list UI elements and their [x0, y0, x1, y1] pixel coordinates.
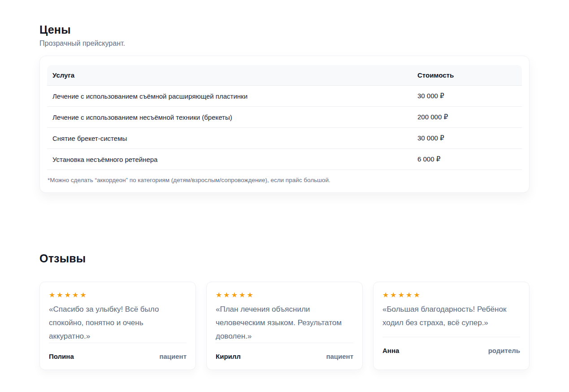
- table-row: Снятие брекет-системы 30 000 ₽: [47, 128, 522, 149]
- divider: [216, 343, 353, 343]
- service-cell: Установка несъёмного ретейнера: [47, 149, 412, 170]
- star-rating: ★★★★★: [382, 292, 520, 299]
- table-row: Лечение с использованием съёмной расширя…: [47, 86, 522, 107]
- prices-section: Цены Прозрачный прейскурант. Услуга Стои…: [39, 23, 530, 193]
- price-cell: 30 000 ₽: [412, 128, 522, 149]
- service-cell: Лечение с использованием несъёмной техни…: [47, 107, 412, 128]
- reviewer-role: пациент: [159, 353, 187, 360]
- review-byline: Анна родитель: [382, 347, 520, 354]
- review-quote: «Спасибо за улыбку! Всё было спокойно, п…: [49, 303, 187, 336]
- reviewer-name: Анна: [382, 347, 399, 354]
- review-byline: Полина пациент: [49, 353, 187, 360]
- reviews-grid: ★★★★★ «Спасибо за улыбку! Всё было споко…: [39, 282, 530, 370]
- review-quote: «План лечения объяснили человеческим язы…: [216, 303, 353, 336]
- review-card: ★★★★★ «План лечения объяснили человеческ…: [206, 282, 363, 370]
- price-table: Услуга Стоимость Лечение с использование…: [47, 65, 522, 170]
- prices-title: Цены: [39, 23, 530, 36]
- reviewer-name: Кирилл: [216, 353, 241, 360]
- service-cell: Снятие брекет-системы: [47, 128, 412, 149]
- page-container: Цены Прозрачный прейскурант. Услуга Стои…: [39, 0, 530, 392]
- column-header-price: Стоимость: [412, 65, 522, 86]
- review-card: ★★★★★ «Большая благодарность! Ребёнок хо…: [373, 282, 530, 370]
- price-table-body: Лечение с использованием съёмной расширя…: [47, 86, 522, 170]
- table-row: Установка несъёмного ретейнера 6 000 ₽: [47, 149, 522, 170]
- review-byline: Кирилл пациент: [216, 353, 353, 360]
- price-cell: 30 000 ₽: [412, 86, 522, 107]
- reviews-section: Отзывы ★★★★★ «Спасибо за улыбку! Всё был…: [39, 252, 530, 392]
- reviews-title: Отзывы: [39, 252, 530, 265]
- divider: [382, 337, 520, 337]
- star-rating: ★★★★★: [49, 292, 187, 299]
- price-footnote: *Можно сделать “аккордеон” по категориям…: [47, 177, 522, 183]
- review-card: ★★★★★ «Спасибо за улыбку! Всё было споко…: [39, 282, 196, 370]
- price-cell: 200 000 ₽: [412, 107, 522, 128]
- price-table-head: Услуга Стоимость: [47, 65, 522, 86]
- prices-subtitle: Прозрачный прейскурант.: [39, 39, 530, 48]
- reviewer-name: Полина: [49, 353, 74, 360]
- column-header-service: Услуга: [47, 65, 412, 86]
- price-cell: 6 000 ₽: [412, 149, 522, 170]
- divider: [49, 343, 187, 343]
- service-cell: Лечение с использованием съёмной расширя…: [47, 86, 412, 107]
- table-row: Лечение с использованием несъёмной техни…: [47, 107, 522, 128]
- reviewer-role: пациент: [326, 353, 353, 360]
- star-rating: ★★★★★: [216, 292, 353, 299]
- header-row: Услуга Стоимость: [47, 65, 522, 86]
- price-card: Услуга Стоимость Лечение с использование…: [39, 56, 530, 193]
- review-quote: «Большая благодарность! Ребёнок ходил бе…: [382, 303, 520, 331]
- reviewer-role: родитель: [488, 347, 520, 354]
